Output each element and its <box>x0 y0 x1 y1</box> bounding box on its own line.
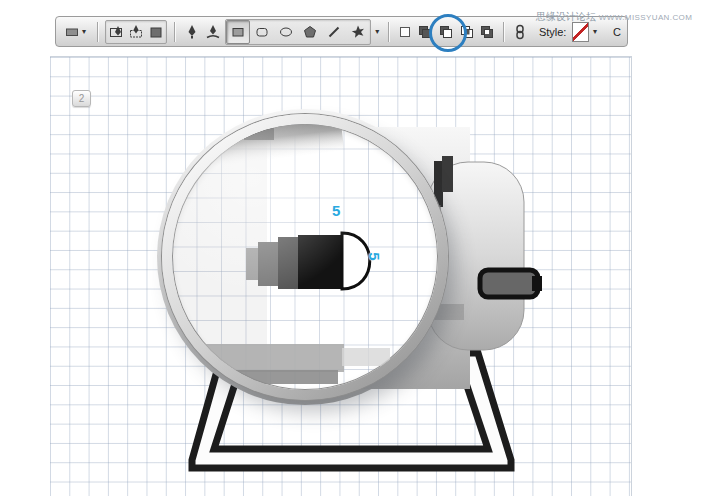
link-button[interactable] <box>511 21 529 43</box>
add-to-shape-area-button[interactable] <box>416 21 434 43</box>
dimension-width-label: 5 <box>332 202 340 219</box>
exclude-overlapping-areas-icon <box>479 24 495 40</box>
intersect-shape-areas-button[interactable] <box>458 21 476 43</box>
intersect-shape-areas-icon <box>459 24 475 40</box>
subtract-button-wrap <box>436 21 456 43</box>
fill-pixels-button[interactable] <box>146 21 166 43</box>
rectangle-tool-icon <box>230 24 246 40</box>
line-tool-icon <box>326 24 342 40</box>
freeform-pen-tool-button[interactable] <box>203 20 223 44</box>
toolbar-separator <box>174 22 175 42</box>
custom-shape-tool-button[interactable] <box>346 20 370 44</box>
zoom-black-shape <box>298 235 342 289</box>
paths-button[interactable] <box>126 21 146 43</box>
exclude-overlapping-areas-button[interactable] <box>478 21 496 43</box>
zoom-blob-pixels <box>258 242 280 286</box>
fill-pixels-icon <box>148 24 164 40</box>
shape-preset-icon <box>64 24 80 40</box>
toolbar-separator <box>97 22 98 42</box>
watermark-site-url: WWW.MISSYUAN.COM <box>599 13 693 22</box>
shape-layers-icon <box>108 24 124 40</box>
color-label-partial: C <box>613 26 621 38</box>
style-label: Style: <box>539 26 567 38</box>
draw-mode-group <box>105 20 167 44</box>
zoom-blob-pixels <box>246 248 260 280</box>
rounded-rectangle-tool-button[interactable] <box>250 20 274 44</box>
printer-handle <box>480 270 538 297</box>
step-badge: 2 <box>72 90 91 107</box>
dropdown-arrow-icon[interactable]: ▾ <box>373 28 381 36</box>
line-tool-button[interactable] <box>322 20 346 44</box>
magnifier-zoomed-view: 5 5 <box>172 124 438 390</box>
polygon-tool-icon <box>302 24 318 40</box>
new-shape-layer-icon <box>397 24 413 40</box>
photoshop-workspace: ▾ <box>0 0 720 496</box>
zoom-dark-pixels <box>244 124 274 140</box>
ellipse-tool-icon <box>278 24 294 40</box>
freeform-pen-tool-icon <box>205 24 221 40</box>
paths-icon <box>128 24 144 40</box>
shape-layers-button[interactable] <box>106 21 126 43</box>
pen-tool-icon <box>184 24 200 40</box>
subtract-from-shape-area-icon <box>438 24 454 40</box>
printer-slot-pixels <box>442 156 453 192</box>
shape-preset-button[interactable]: ▾ <box>62 20 90 44</box>
polygon-tool-button[interactable] <box>298 20 322 44</box>
zoom-rounded-corner-path <box>342 233 370 289</box>
dropdown-arrow-icon[interactable]: ▾ <box>591 28 599 36</box>
add-to-shape-area-icon <box>417 24 433 40</box>
zoom-bottom-band <box>342 348 390 366</box>
custom-shape-tool-icon <box>350 24 366 40</box>
printer-handle-tip <box>532 276 542 291</box>
watermark-site-name: 思缘设计论坛 <box>536 11 596 22</box>
watermark: 思缘设计论坛 WWW.MISSYUAN.COM <box>536 10 692 24</box>
magnifier-loupe: 5 5 <box>162 114 448 400</box>
zoomed-pixels-art <box>172 124 438 390</box>
dimension-height-label: 5 <box>366 252 383 260</box>
chain-link-icon <box>512 24 528 40</box>
rectangle-tool-button[interactable] <box>226 20 250 44</box>
shape-tools-group <box>225 19 371 45</box>
ellipse-tool-button[interactable] <box>274 20 298 44</box>
rounded-rectangle-tool-icon <box>254 24 270 40</box>
toolbar-separator <box>388 22 389 42</box>
subtract-from-shape-area-button[interactable] <box>436 21 456 43</box>
pen-tool-button[interactable] <box>182 20 202 44</box>
zoom-blob-pixels <box>278 237 300 289</box>
document-canvas[interactable]: 2 <box>50 56 632 496</box>
dropdown-arrow-icon: ▾ <box>80 28 88 36</box>
style-swatch-no-style[interactable] <box>572 22 589 42</box>
toolbar-separator <box>503 22 504 42</box>
new-shape-layer-button[interactable] <box>396 21 414 43</box>
